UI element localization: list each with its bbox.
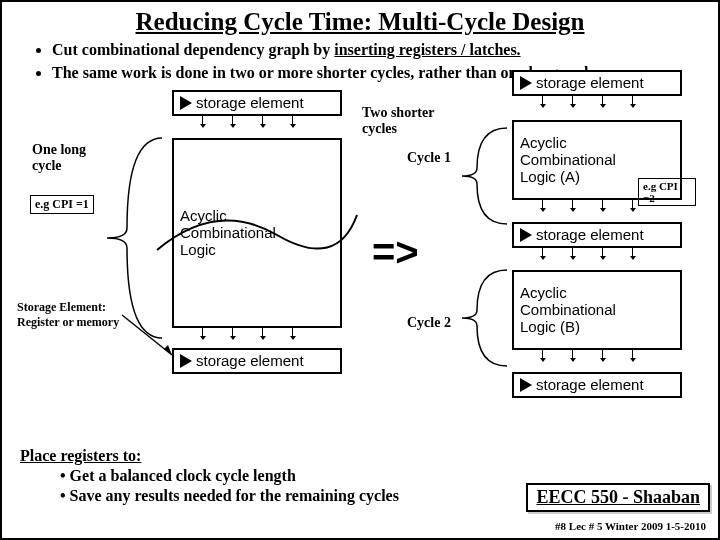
storage-label: storage element (536, 376, 644, 393)
arrow-stub (542, 350, 543, 358)
course-box: EECC 550 - Shaaban (526, 483, 710, 512)
arrow-stub (202, 328, 203, 336)
bullet-1-underline: inserting registers / latches. (334, 41, 520, 58)
arrow-stub (292, 116, 293, 124)
acyclic-a-label: Acyclic Combinational Logic (A) (520, 134, 640, 185)
arrow-stub (632, 350, 633, 358)
arrow-stub (232, 116, 233, 124)
acyclic-logic-b: Acyclic Combinational Logic (B) (512, 270, 682, 350)
storage-bottom-left: storage element (172, 348, 342, 374)
arrow-stub (572, 200, 573, 208)
storage-label: storage element (536, 226, 644, 243)
clock-triangle-icon (180, 96, 192, 110)
course-sep: - (618, 487, 633, 507)
diagram-canvas: storage element Acyclic Combinational Lo… (2, 90, 718, 440)
place-registers-lead: Place registers to: (20, 447, 141, 464)
storage-bottom-right: storage element (512, 372, 682, 398)
arrow-stub (602, 96, 603, 104)
clock-triangle-icon (520, 76, 532, 90)
arrow-stub (262, 328, 263, 336)
bottom-p2: • Save any results needed for the remain… (20, 486, 399, 506)
storage-element-note: Storage Element: Register or memory (17, 300, 127, 330)
cycle1-label: Cycle 1 (407, 150, 451, 166)
acyclic-logic-left: Acyclic Combinational Logic (172, 138, 342, 328)
cpi2-box: e.g CPI =2 (638, 178, 696, 206)
storage-label: storage element (196, 94, 304, 111)
acyclic-b-label: Acyclic Combinational Logic (B) (520, 284, 640, 335)
arrow-stub (632, 200, 633, 208)
arrow-stub (602, 248, 603, 256)
arrow-stub (262, 116, 263, 124)
storage-top-left: storage element (172, 90, 342, 116)
storage-label: storage element (536, 74, 644, 91)
storage-mid-right: storage element (512, 222, 682, 248)
note-arrow (122, 315, 177, 360)
slide-title: Reducing Cycle Time: Multi-Cycle Design (2, 2, 718, 40)
storage-top-right: storage element (512, 70, 682, 96)
bottom-p1: • Get a balanced clock cycle length (20, 466, 399, 486)
course-author: Shaaban (633, 487, 700, 507)
slide-footer: #8 Lec # 5 Winter 2009 1-5-2010 (555, 520, 706, 532)
transform-arrow: => (372, 230, 419, 275)
course-code: EECC 550 (536, 487, 618, 507)
arrow-stub (572, 248, 573, 256)
cpi1-box: e.g CPI =1 (30, 195, 94, 214)
one-long-cycle-label: One long cycle (32, 142, 112, 174)
arrow-stub (632, 96, 633, 104)
clock-triangle-icon (520, 378, 532, 392)
bottom-notes: Place registers to: • Get a balanced clo… (20, 446, 399, 506)
brace-cycle2 (462, 270, 512, 370)
storage-label: storage element (196, 352, 304, 369)
arrow-stub (542, 96, 543, 104)
arrow-stub (632, 248, 633, 256)
acyclic-logic-label: Acyclic Combinational Logic (180, 207, 280, 258)
arrow-stub (572, 96, 573, 104)
arrow-stub (542, 248, 543, 256)
bullet-1-text: Cut combinational dependency graph by (52, 41, 334, 58)
cycle2-label: Cycle 2 (407, 315, 451, 331)
arrow-stub (602, 200, 603, 208)
arrow-stub (602, 350, 603, 358)
brace-cycle1 (462, 128, 512, 228)
svg-line-0 (122, 315, 172, 355)
two-shorter-cycles-label: Two shorter cycles (362, 105, 452, 137)
arrow-stub (202, 116, 203, 124)
clock-triangle-icon (520, 228, 532, 242)
arrow-stub (572, 350, 573, 358)
svg-marker-1 (164, 345, 172, 355)
arrow-stub (232, 328, 233, 336)
bullet-1: Cut combinational dependency graph by in… (52, 40, 708, 61)
clock-triangle-icon (180, 354, 192, 368)
arrow-stub (292, 328, 293, 336)
arrow-stub (542, 200, 543, 208)
